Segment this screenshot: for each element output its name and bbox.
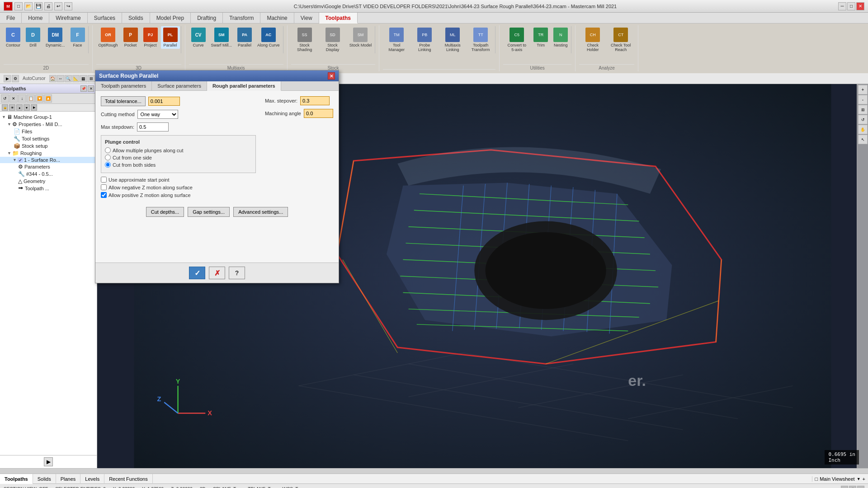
checkbox-start-point-input[interactable] — [101, 177, 107, 183]
checkbox-negative-z-label[interactable]: Allow negative Z motion along surface — [108, 185, 193, 190]
ribbon-btn-stock-shading[interactable]: SS Stock Shading — [291, 26, 318, 53]
panel-toolbar-icon-2[interactable]: ✕ — [9, 94, 18, 103]
view-icon-6[interactable]: ⊞ — [88, 75, 95, 82]
lock-icon[interactable]: 🔒 — [2, 104, 8, 111]
gap-settings-btn[interactable]: Gap settings... — [188, 207, 230, 217]
dialog-tab-toolpath-params[interactable]: Toolpath parameters — [95, 81, 152, 90]
app-icon[interactable]: M — [4, 2, 13, 11]
tab-home[interactable]: Home — [22, 13, 49, 23]
view-icon-2[interactable]: ↔ — [57, 75, 64, 82]
tree-item-stock-setup[interactable]: 📦 Stock setup — [0, 142, 97, 150]
tab-view[interactable]: View — [294, 13, 319, 23]
ribbon-btn-contour[interactable]: C Contour — [4, 26, 23, 49]
redo-btn[interactable]: ↪ — [64, 2, 72, 10]
ribbon-btn-curve[interactable]: CV Curve — [189, 26, 208, 49]
tree-item-geometry[interactable]: △ Geometry — [0, 178, 97, 185]
panel-pin-btn[interactable]: 📌 — [80, 85, 87, 92]
dialog-help-btn[interactable]: ? — [229, 267, 245, 279]
toolbar-icon-1[interactable]: ▶ — [4, 75, 11, 82]
view-icon-5[interactable]: ▦ — [80, 75, 87, 82]
panel-toolbar-icon-6[interactable]: 🔼 — [44, 94, 52, 103]
advanced-settings-btn[interactable]: Advanced settings... — [233, 207, 288, 217]
tab-file[interactable]: File — [0, 13, 22, 23]
tree-item-surface-rough[interactable]: ▼ ✓ 1 - Surface Ro... — [0, 157, 97, 163]
view-icon-3[interactable]: 🔍 — [65, 75, 72, 82]
tab-machine[interactable]: Machine — [260, 13, 294, 23]
status-icon-1[interactable]: ▶ — [841, 486, 848, 488]
panel-close-btn[interactable]: ✕ — [88, 85, 94, 92]
undo-btn[interactable]: ↩ — [54, 2, 62, 10]
maximize-btn[interactable]: □ — [847, 2, 855, 10]
tab-recent-functions-bottom[interactable]: Recent Functions — [104, 474, 153, 484]
play-btn[interactable]: ▶ — [44, 457, 53, 466]
plunge-radio-both-sides-input[interactable] — [105, 162, 111, 168]
tab-drafting[interactable]: Drafting — [191, 13, 223, 23]
gear-icon[interactable]: ▶ — [31, 104, 37, 111]
ribbon-btn-stock-display[interactable]: SD Stock Display — [319, 26, 346, 53]
ribbon-btn-tool-manager[interactable]: TM Tool Manager — [383, 26, 410, 53]
viewsheet-dropdown[interactable]: ▼ — [857, 477, 861, 481]
view-icon-4[interactable]: 📐 — [72, 75, 80, 82]
ribbon-btn-convert-5axis[interactable]: C5 Convert to 5-axis — [503, 26, 530, 53]
dialog-tab-rough-parallel-params[interactable]: Rough parallel parameters — [207, 81, 281, 91]
ribbon-btn-parallel-multi[interactable]: PA Parallel — [235, 26, 254, 49]
new-btn[interactable]: □ — [14, 2, 23, 10]
ribbon-btn-probe[interactable]: PB Probe Linking — [411, 26, 438, 53]
dialog-close-btn[interactable]: ✕ — [328, 72, 335, 80]
panel-toolbar-icon-4[interactable]: 📋 — [27, 94, 35, 103]
tree-expand-surface[interactable]: ▼ — [13, 158, 17, 162]
dialog-tab-surface-params[interactable]: Surface parameters — [152, 81, 207, 90]
ribbon-btn-project[interactable]: PJ Project — [141, 26, 160, 49]
zoom-in-btn[interactable]: + — [858, 85, 868, 94]
ribbon-btn-parallel[interactable]: PL Parallel — [161, 26, 180, 49]
plunge-radio-one-side-input[interactable] — [105, 155, 111, 160]
tree-item-toolpath[interactable]: ⮕ Toolpath ... — [0, 185, 97, 192]
toolbar-icon-2[interactable]: ⚙ — [12, 75, 19, 82]
tab-levels-bottom[interactable]: Levels — [80, 474, 104, 484]
tab-surfaces[interactable]: Surfaces — [88, 13, 122, 23]
ribbon-btn-pocket[interactable]: P Pocket — [121, 26, 140, 49]
status-icon-2[interactable]: ⏸ — [849, 486, 856, 488]
ribbon-btn-drill[interactable]: D Drill — [24, 26, 42, 49]
tab-wireframe[interactable]: Wireframe — [49, 13, 87, 23]
tab-model-prep[interactable]: Model Prep — [150, 13, 191, 23]
minimize-btn[interactable]: ─ — [838, 2, 846, 10]
tree-expand-roughing[interactable]: ▼ — [7, 151, 11, 155]
view-icon-1[interactable]: 🏠 — [49, 75, 57, 82]
select-btn[interactable]: ↖ — [858, 135, 868, 144]
tree-item-parameters[interactable]: ⚙ Parameters — [0, 163, 97, 170]
ribbon-btn-stock-model[interactable]: SM Stock Model — [347, 26, 374, 49]
checkbox-start-point-label[interactable]: Use approximate start point — [108, 177, 170, 183]
viewsheet-add-btn[interactable]: + — [863, 476, 865, 482]
tree-expand-properties[interactable]: ▼ — [7, 122, 11, 127]
plunge-radio-one-side-label[interactable]: Cut from one side — [113, 155, 152, 160]
close-btn[interactable]: ✕ — [856, 2, 864, 10]
dialog-cancel-btn[interactable]: ✗ — [209, 267, 225, 279]
vis-icon[interactable]: ● — [16, 104, 23, 111]
tab-solids[interactable]: Solids — [122, 13, 150, 23]
tree-expand-machine[interactable]: ▼ — [2, 115, 6, 119]
ribbon-btn-nesting[interactable]: N Nesting — [551, 26, 570, 49]
ribbon-btn-trim[interactable]: TR Trim — [531, 26, 550, 49]
ribbon-btn-optirough[interactable]: OR OptiRough — [96, 26, 120, 49]
panel-toolbar-icon-1[interactable]: ↺ — [1, 94, 9, 103]
checkbox-negative-z-input[interactable] — [101, 184, 107, 190]
print-btn[interactable]: 🖨 — [44, 2, 52, 10]
tree-item-machine-group[interactable]: ▼ 🖥 Machine Group-1 — [0, 113, 97, 121]
tree-item-tool[interactable]: 🔧 #344 - 0.5... — [0, 170, 97, 178]
plunge-radio-both-sides-label[interactable]: Cut from both sides — [113, 162, 156, 168]
tab-transform[interactable]: Transform — [223, 13, 260, 23]
panel-toolbar-icon-3[interactable]: ↓ — [18, 94, 26, 103]
checkbox-positive-z-label[interactable]: Allow positive Z motion along surface — [108, 192, 191, 198]
total-tolerance-btn[interactable]: Total tolerance... — [101, 96, 146, 106]
tree-item-roughing[interactable]: ▼ 📁 Roughing — [0, 150, 97, 157]
h-scrollbar[interactable] — [0, 468, 868, 474]
ribbon-btn-dynamic[interactable]: DM Dynamic... — [43, 26, 67, 49]
panel-toolbar-icon-5[interactable]: 🔽 — [35, 94, 43, 103]
tree-item-properties[interactable]: ▼ ⚙ Properties - Mill D... — [0, 121, 97, 128]
max-stepover-input[interactable] — [300, 96, 330, 105]
tab-planes-bottom[interactable]: Planes — [56, 474, 81, 484]
pan-btn[interactable]: ✋ — [858, 125, 868, 134]
checkbox-positive-z-input[interactable] — [101, 192, 107, 198]
tree-item-files[interactable]: 📄 Files — [0, 128, 97, 135]
